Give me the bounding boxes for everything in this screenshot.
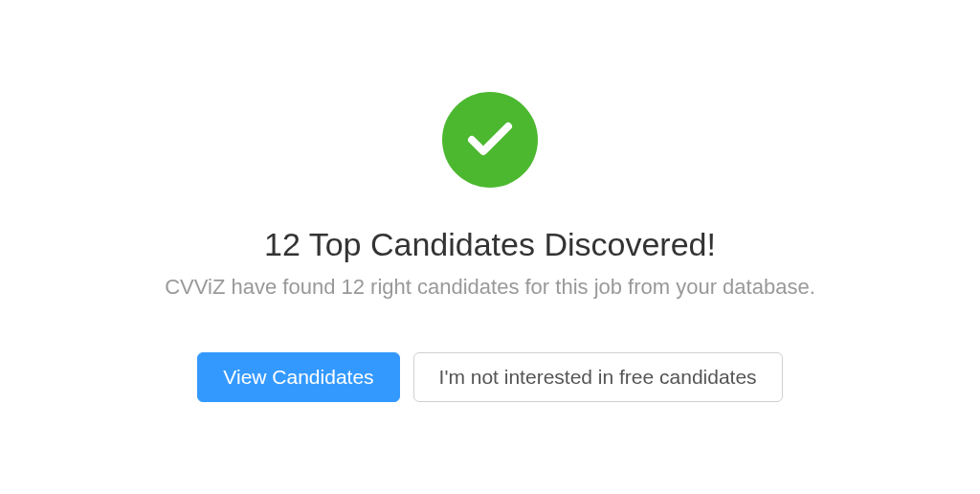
success-badge bbox=[442, 92, 538, 188]
dialog-buttons: View Candidates I'm not interested in fr… bbox=[197, 352, 782, 401]
checkmark-icon bbox=[466, 119, 514, 161]
not-interested-button[interactable]: I'm not interested in free candidates bbox=[413, 352, 783, 401]
view-candidates-button[interactable]: View Candidates bbox=[197, 352, 399, 401]
dialog-title: 12 Top Candidates Discovered! bbox=[264, 226, 716, 263]
dialog-subtitle: CVViZ have found 12 right candidates for… bbox=[165, 275, 815, 300]
candidates-discovered-dialog: 12 Top Candidates Discovered! CVViZ have… bbox=[145, 73, 835, 420]
